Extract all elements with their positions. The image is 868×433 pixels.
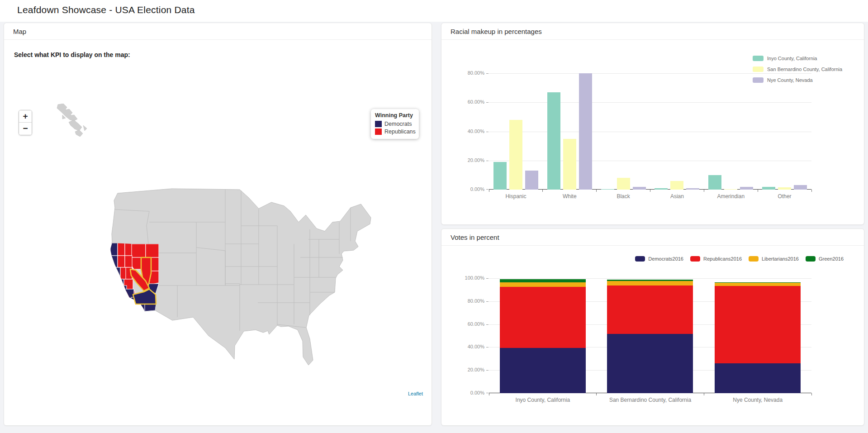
page-title: Leafdown Showcase - USA Election Data	[17, 5, 195, 15]
legend-item[interactable]: Republicans2016	[690, 256, 742, 262]
legend-item[interactable]: Green2016	[806, 256, 844, 262]
x-category-label: Hispanic	[489, 193, 543, 200]
y-tick-label: 0.00%	[453, 186, 484, 192]
bar-segment[interactable]	[500, 282, 586, 287]
winning-party-legend: Winning Party DemocratsRepublicans	[371, 109, 419, 139]
bar-segment[interactable]	[607, 281, 693, 285]
map-panel: Map Select what KPI to display on the ma…	[4, 23, 432, 426]
winning-party-legend-title: Winning Party	[375, 112, 415, 119]
bar[interactable]	[708, 175, 721, 190]
legend-item[interactable]: Inyo County, California	[753, 53, 842, 64]
y-tick-label: 40.00%	[453, 128, 484, 134]
legend-swatch	[806, 256, 816, 262]
x-tick-mark	[758, 190, 758, 192]
racial-panel-title: Racial makeup in percentages	[441, 23, 864, 40]
zoom-out-button[interactable]: −	[19, 123, 32, 135]
bar[interactable]	[509, 120, 522, 190]
y-tick-mark	[486, 393, 489, 393]
bar[interactable]	[617, 178, 630, 190]
bar[interactable]	[778, 187, 791, 190]
x-category-label: Black	[597, 193, 650, 200]
bar-segment[interactable]	[500, 287, 586, 348]
party-label: Republicans	[384, 128, 416, 135]
bar[interactable]	[655, 188, 668, 190]
y-tick-mark	[486, 132, 489, 132]
bar-segment[interactable]	[500, 348, 586, 393]
app-header: Leafdown Showcase - USA Election Data	[0, 0, 868, 22]
legend-label: Libertarians2016	[762, 256, 799, 262]
leaflet-map[interactable]: + −	[5, 62, 431, 425]
racial-chart-plot: 0.00%20.00%40.00%60.00%80.00%HispanicWhi…	[489, 73, 811, 190]
stacked-bar-group	[704, 278, 811, 393]
us-states-map[interactable]	[104, 181, 378, 373]
legend-swatch	[690, 256, 700, 262]
party-color-swatch	[375, 128, 382, 135]
y-tick-mark	[486, 73, 489, 74]
bar[interactable]	[525, 171, 538, 190]
bar-group	[489, 73, 543, 190]
leaflet-attribution-link[interactable]: Leaflet	[406, 390, 425, 397]
bar-segment[interactable]	[715, 363, 801, 393]
y-tick-label: 80.00%	[453, 298, 484, 304]
legend-item[interactable]: Libertarians2016	[749, 256, 799, 262]
legend-label: Green2016	[819, 256, 844, 262]
stacked-bar[interactable]	[607, 280, 693, 393]
stacked-bar[interactable]	[715, 282, 801, 393]
x-tick-mark	[596, 190, 597, 192]
bar-segment[interactable]	[500, 279, 586, 282]
bar-segment[interactable]	[607, 334, 693, 393]
y-tick-mark	[486, 301, 489, 302]
x-category-label: San Bernardino County, California	[597, 397, 704, 403]
legend-label: Inyo County, California	[767, 56, 817, 61]
map-panel-title: Map	[4, 23, 432, 40]
bar[interactable]	[601, 189, 614, 190]
bar[interactable]	[686, 188, 699, 190]
votes-chart-legend: Democrats2016Republicans2016Libertarians…	[628, 256, 844, 262]
winning-party-legend-item: Republicans	[375, 128, 415, 135]
bar-segment[interactable]	[607, 285, 693, 334]
party-label: Democrats	[384, 121, 412, 127]
bar[interactable]	[633, 187, 646, 190]
bar-group	[650, 73, 704, 190]
legend-swatch	[635, 256, 645, 262]
y-tick-mark	[486, 102, 489, 103]
bar-group	[597, 73, 650, 190]
y-tick-label: 100.00%	[453, 275, 484, 281]
y-tick-mark	[486, 347, 489, 347]
y-tick-mark	[486, 161, 489, 161]
y-tick-label: 0.00%	[453, 390, 484, 395]
zoom-in-button[interactable]: +	[19, 110, 32, 123]
legend-swatch	[749, 256, 759, 262]
bar[interactable]	[724, 189, 737, 190]
y-tick-mark	[486, 189, 489, 190]
x-category-label: Other	[758, 193, 811, 200]
bar[interactable]	[762, 187, 775, 190]
y-tick-label: 60.00%	[453, 99, 484, 105]
x-tick-mark	[596, 393, 597, 395]
bar[interactable]	[670, 181, 683, 190]
votes-panel-title: Votes in percent	[441, 229, 864, 246]
x-tick-mark	[811, 190, 812, 192]
y-tick-label: 20.00%	[453, 157, 484, 163]
bar-segment[interactable]	[715, 283, 801, 286]
legend-label: Republicans2016	[703, 256, 742, 262]
x-tick-mark	[542, 190, 543, 192]
stacked-bar[interactable]	[500, 279, 586, 393]
bar-group	[543, 73, 597, 190]
bar-group	[704, 73, 758, 190]
y-tick-label: 60.00%	[453, 321, 484, 327]
y-tick-mark	[486, 370, 489, 371]
bar[interactable]	[547, 92, 560, 190]
bar[interactable]	[493, 162, 507, 190]
bar-segment[interactable]	[715, 286, 801, 363]
x-category-label: White	[543, 193, 597, 200]
bar[interactable]	[563, 139, 576, 190]
y-tick-label: 80.00%	[453, 70, 484, 76]
x-tick-mark	[811, 393, 812, 395]
x-tick-mark	[704, 393, 704, 395]
y-tick-label: 40.00%	[453, 344, 484, 349]
bar[interactable]	[740, 187, 753, 190]
bar[interactable]	[794, 185, 807, 190]
legend-item[interactable]: Democrats2016	[635, 256, 683, 262]
bar[interactable]	[579, 73, 592, 190]
